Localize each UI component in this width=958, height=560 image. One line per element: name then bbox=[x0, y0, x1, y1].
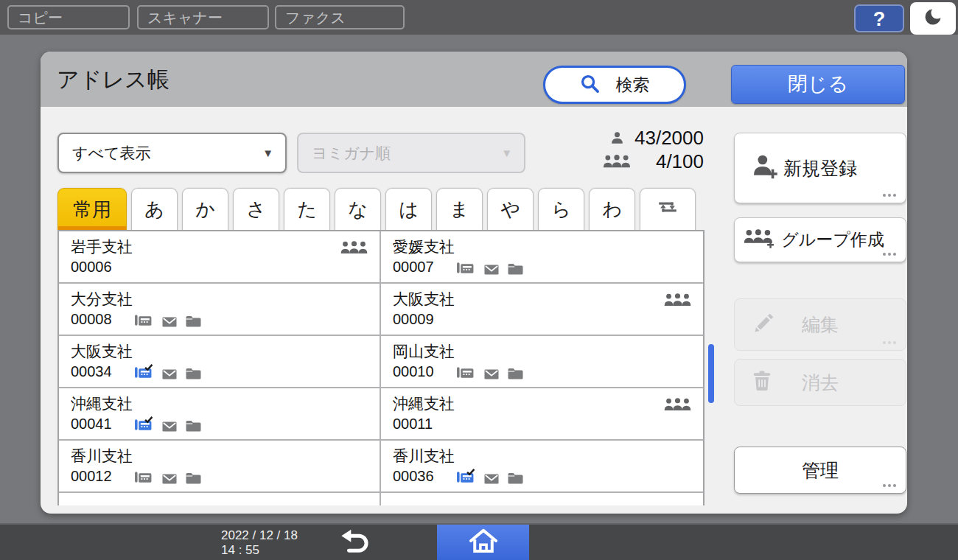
capacity-counters: 43/2000 4/100 bbox=[556, 126, 704, 173]
folder-icon bbox=[508, 368, 523, 379]
more-dots-icon bbox=[883, 341, 896, 344]
search-label: 検索 bbox=[616, 74, 650, 97]
create-group-label: グループ作成 bbox=[735, 218, 906, 262]
entry-id: 00007 bbox=[393, 259, 446, 276]
tab-fax[interactable]: ファクス bbox=[275, 5, 405, 29]
index-tab-na[interactable]: な bbox=[335, 188, 381, 230]
search-button[interactable]: 検索 bbox=[543, 66, 686, 104]
bottombar: 2022 / 12 / 18 14 : 55 bbox=[0, 523, 958, 560]
group-badge-icon bbox=[664, 397, 691, 416]
tab-copy[interactable]: コピー bbox=[7, 5, 130, 29]
edit-label: 編集 bbox=[735, 299, 906, 350]
person-icon bbox=[599, 131, 634, 145]
group-badge-icon bbox=[340, 240, 368, 259]
mail-icon bbox=[484, 265, 499, 275]
index-tab-sa[interactable]: さ bbox=[233, 188, 279, 230]
address-entry[interactable]: 香川支社 00036 bbox=[381, 441, 703, 493]
index-tab-ya[interactable]: や bbox=[487, 188, 534, 230]
address-entry-partial bbox=[59, 493, 381, 505]
filter-value: すべて表示 bbox=[72, 143, 262, 164]
back-arrow-icon bbox=[340, 528, 371, 556]
index-tab-ra[interactable]: ら bbox=[538, 188, 584, 230]
address-entry[interactable]: 沖縄支社 00011 bbox=[381, 388, 703, 441]
moon-icon bbox=[923, 7, 943, 30]
topbar: コピー スキャナー ファクス ? bbox=[0, 0, 958, 35]
address-entry[interactable]: 愛媛支社 00007 bbox=[381, 231, 703, 284]
entry-contact-icons bbox=[456, 364, 523, 379]
manage-label: 管理 bbox=[735, 447, 906, 493]
help-button[interactable]: ? bbox=[854, 4, 904, 32]
folder-icon bbox=[508, 472, 523, 484]
date-text: 2022 / 12 / 18 bbox=[221, 528, 298, 543]
close-button[interactable]: 閉じる bbox=[731, 65, 905, 104]
entry-contact-icons bbox=[456, 469, 523, 484]
group-icon bbox=[599, 154, 634, 169]
entry-id: 00010 bbox=[393, 363, 446, 380]
back-button[interactable] bbox=[333, 525, 377, 560]
mail-icon bbox=[162, 317, 177, 327]
folder-icon bbox=[186, 472, 201, 484]
index-tab-frequent[interactable]: 常用 bbox=[57, 188, 127, 230]
mail-icon bbox=[162, 474, 177, 484]
entry-name: 沖縄支社 bbox=[393, 393, 693, 415]
contacts-count: 43/2000 bbox=[634, 127, 704, 150]
entry-name: 愛媛支社 bbox=[393, 236, 693, 258]
address-entry[interactable]: 大阪支社 00034 bbox=[59, 336, 381, 388]
entry-name: 岩手支社 bbox=[71, 236, 369, 258]
entry-name: 香川支社 bbox=[71, 445, 369, 467]
entry-name: 大阪支社 bbox=[71, 340, 369, 363]
address-book-dialog: アドレス帳 検索 閉じる すべて表示 ▼ ヨミガナ順 ▼ 43/2000 bbox=[41, 52, 907, 514]
magnifier-icon bbox=[580, 74, 600, 97]
entry-id: 00006 bbox=[71, 259, 124, 276]
fax-icon bbox=[456, 259, 475, 275]
index-tab-ha[interactable]: は bbox=[385, 188, 432, 230]
groups-counter: 4/100 bbox=[556, 150, 704, 173]
address-entry[interactable]: 大阪支社 00009 bbox=[381, 284, 703, 336]
index-tab-ta[interactable]: た bbox=[284, 188, 330, 230]
entry-contact-icons bbox=[134, 364, 201, 379]
tab-scanner[interactable]: スキャナー bbox=[137, 5, 269, 29]
address-entry[interactable]: 岩手支社 00006 bbox=[59, 231, 381, 284]
fax-icon bbox=[134, 469, 153, 484]
energy-saver-button[interactable] bbox=[910, 2, 956, 35]
entry-name: 香川支社 bbox=[393, 445, 693, 467]
fax-icon bbox=[456, 469, 475, 484]
mail-icon bbox=[162, 421, 177, 432]
mail-icon bbox=[484, 474, 499, 484]
index-tab-ma[interactable]: ま bbox=[436, 188, 483, 230]
index-tab-row: 常用 あ か さ た な は ま や ら わ bbox=[57, 188, 696, 230]
fax-icon bbox=[134, 312, 153, 327]
fax-icon bbox=[456, 364, 475, 379]
switch-index-icon bbox=[657, 197, 679, 222]
folder-icon bbox=[186, 368, 201, 379]
entry-id: 00034 bbox=[71, 363, 124, 380]
fax-icon bbox=[134, 416, 153, 432]
entry-contact-icons bbox=[134, 416, 201, 432]
home-button[interactable] bbox=[437, 525, 529, 560]
display-filter-dropdown[interactable]: すべて表示 ▼ bbox=[57, 133, 287, 173]
switch-index-tab[interactable] bbox=[640, 188, 696, 230]
create-group-button[interactable]: グループ作成 bbox=[734, 217, 906, 262]
entry-name: 岡山支社 bbox=[393, 340, 693, 363]
address-grid: 岩手支社 00006 愛媛支社 00007 bbox=[57, 230, 704, 505]
edit-button: 編集 bbox=[734, 298, 906, 351]
manage-button[interactable]: 管理 bbox=[734, 447, 906, 494]
entry-id: 00011 bbox=[393, 416, 446, 433]
index-tab-ka[interactable]: か bbox=[182, 188, 228, 230]
address-entry[interactable]: 香川支社 00012 bbox=[59, 441, 381, 493]
scrollbar-thumb[interactable] bbox=[708, 344, 714, 403]
address-entry[interactable]: 沖縄支社 00041 bbox=[59, 388, 381, 441]
chevron-down-icon: ▼ bbox=[501, 147, 512, 159]
address-entry[interactable]: 大分支社 00008 bbox=[59, 284, 381, 336]
folder-icon bbox=[508, 263, 523, 275]
entry-id: 00009 bbox=[393, 311, 446, 328]
address-entry-partial bbox=[381, 493, 703, 505]
delete-button: 消去 bbox=[734, 359, 906, 406]
folder-icon bbox=[186, 420, 201, 432]
address-entry[interactable]: 岡山支社 00010 bbox=[381, 336, 703, 388]
index-tab-a[interactable]: あ bbox=[131, 188, 178, 230]
chevron-down-icon: ▼ bbox=[262, 147, 273, 159]
new-registration-button[interactable]: 新規登録 bbox=[734, 133, 906, 203]
entry-id: 00008 bbox=[71, 311, 124, 328]
index-tab-wa[interactable]: わ bbox=[589, 188, 635, 230]
